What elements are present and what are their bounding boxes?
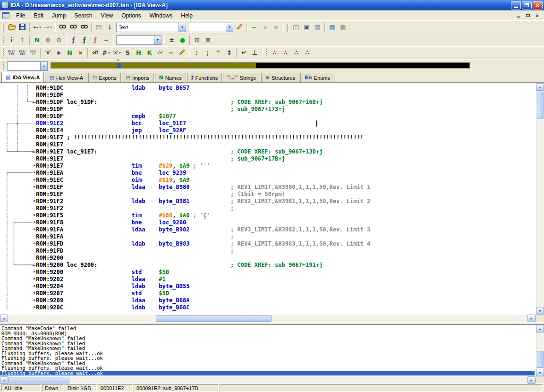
enter-icon[interactable]: ↵ [238, 48, 249, 58]
colon-icon[interactable]: : [191, 48, 202, 58]
disasm-line[interactable]: ROM:91E7 ; sub_9067+17B↑j [2, 155, 544, 162]
disasm-line[interactable]: ┊ ┊ ROM:91FD ; [2, 247, 544, 255]
tab-exports[interactable]: ⊡Exports [88, 73, 121, 82]
remove-comment-icon[interactable]: ⊖ [53, 35, 64, 45]
segment-icon[interactable]: S [122, 48, 133, 58]
attach-window-icon[interactable]: ⊞ [192, 35, 203, 45]
disasm-line[interactable]: ┊ ROM:91DF ; sub_9067+173↑j [2, 106, 544, 113]
search-value-combo[interactable]: ▾ [188, 23, 233, 32]
scroll-down-button[interactable]: ▼ [536, 307, 544, 315]
scroll-right-button[interactable]: ► [527, 315, 536, 322]
edit-function-icon[interactable]: ƒ [79, 35, 90, 45]
grid-edit-icon[interactable]: ▦ [338, 22, 348, 33]
output-line[interactable]: Command "MakeUnknown" failed [1, 336, 544, 341]
mdi-close-button[interactable]: × [533, 12, 541, 19]
names-window-icon[interactable]: N [64, 48, 75, 58]
disasm-line[interactable]: ┊ •ROM:9200 std $5B [2, 269, 544, 276]
disassembly-view[interactable]: ┊ ┊ ROM:91DC ldab byte_B657 ┊ ┊ ROM:91DF… [0, 83, 544, 315]
disassembly-vertical-scrollbar[interactable]: ▲ ▼ [536, 83, 544, 315]
disasm-line[interactable]: ┊ •ROM:91EF ldaa byte_B980 ; REV1_LIMIT,… [2, 184, 544, 191]
delete-item-icon[interactable]: × [271, 22, 281, 33]
close-button[interactable]: × [533, 1, 543, 9]
disasm-line[interactable]: ┊ •ROM:91F5 tim #$80, $A0 ; 'Ç' [2, 212, 544, 219]
return-position-icon[interactable]: ↑ [17, 35, 28, 45]
search-type-combo[interactable]: Text▾ [116, 23, 186, 32]
disasm-line[interactable]: ┊ ROM:91F2 ; [2, 205, 544, 212]
disasm-line[interactable]: ┊ ┊ ROM:91E7 ; !!!!!!!!!!!!!!!!!!!!!!!!!… [2, 134, 544, 141]
rename-icon[interactable]: N [32, 35, 42, 45]
navband-segment[interactable] [118, 63, 121, 68]
tab-imports[interactable]: ⊟Imports [122, 73, 154, 82]
run-icon[interactable]: ● [177, 35, 188, 45]
menu-edit[interactable]: Edit [29, 11, 48, 20]
toolbar-grip[interactable] [265, 48, 267, 57]
search-again-icon[interactable] [68, 22, 79, 33]
calculator-icon[interactable]: ± [166, 35, 177, 45]
tab-ida-view-a[interactable]: ▤IDA View-A [1, 72, 44, 82]
anterior-lines-icon[interactable]: ↕ [224, 48, 235, 58]
disasm-line[interactable]: ┊ ┊ •ROM:91FD ldab byte_B983 ; REV4_LIMI… [2, 240, 544, 247]
tab-strings[interactable]: "…"Strings [223, 73, 260, 82]
scroll-up-button[interactable]: ▲ [536, 83, 544, 91]
flow-chart-icon[interactable]: ∴ [269, 48, 280, 58]
disasm-line[interactable]: ┊ •ROM:9202 ldaa #1 [2, 276, 544, 283]
output-line-selected[interactable]: Flushing buffers, please wait...ok [0, 371, 535, 376]
scrollbar-thumb[interactable] [8, 377, 69, 383]
scroll-down-button[interactable]: ▼ [536, 369, 544, 376]
disassembly-horizontal-scrollbar[interactable]: ◄ ► [0, 315, 536, 322]
tab-functions[interactable]: ƒFunctions [187, 73, 222, 82]
detach-window-icon[interactable]: ⊠ [203, 35, 213, 45]
disasm-line[interactable]: ┊ ┊ •ROM:91FA ldaa byte_B982 ; REV3_LIMI… [2, 226, 544, 233]
tab-enums[interactable]: EnEnums [300, 73, 334, 82]
offset-icon[interactable]: off [90, 48, 101, 58]
minimize-button[interactable] [511, 1, 521, 9]
scroll-left-button[interactable]: ◄ [0, 315, 8, 322]
dropdown-arrow-icon[interactable]: ▾ [40, 62, 47, 70]
disasm-line[interactable]: ┊ ┊ ROM:91E4 jmp loc_92AF [2, 127, 544, 134]
restore-button[interactable] [522, 1, 532, 9]
semicolon-icon[interactable]: ; [202, 48, 213, 58]
save-database-icon[interactable] [17, 22, 28, 33]
align-icon[interactable]: ⊥ [249, 48, 260, 58]
menu-search[interactable]: Search [70, 11, 96, 20]
char-icon[interactable]: 'x'▾ [111, 48, 122, 58]
search-binoculars-icon[interactable] [57, 22, 68, 33]
mdi-document-icon[interactable] [2, 12, 9, 18]
xrefs-from-graph-icon[interactable]: ∴ [302, 48, 313, 58]
menu-view[interactable]: View [96, 11, 117, 20]
output-vertical-scrollbar[interactable]: ▲ ▼ [536, 325, 544, 376]
dropdown-arrow-icon[interactable]: ▾ [154, 36, 161, 44]
enum-const-icon[interactable]: K [144, 48, 155, 58]
tab-structures[interactable]: ≡Structures [261, 73, 299, 82]
hex-icon[interactable]: H [133, 48, 144, 58]
output-line[interactable]: Flushing buffers, please wait...ok [1, 366, 544, 371]
make-unknown-icon[interactable]: 0101 ?? [28, 48, 39, 58]
toolbar-grip[interactable] [286, 23, 289, 32]
disasm-line[interactable]: ┊ •ROM:9207 std $5D [2, 290, 544, 297]
make-data-icon[interactable]: 0101 DAT [17, 48, 28, 58]
menu-file[interactable]: File [12, 11, 29, 20]
disasm-line[interactable]: ┊ •ROM:920C ldab byte_B68C [2, 304, 544, 311]
undefine-icon[interactable]: × [75, 48, 86, 58]
remove-item-icon[interactable]: − [249, 22, 260, 33]
disasm-line[interactable]: ┊ └─►ROM:91DF loc_91DF: ; CODE XREF: sub… [2, 99, 544, 106]
make-code-icon[interactable]: 0101 COD [6, 48, 17, 58]
disasm-line[interactable]: └╌╌┴╌╌╌╌►ROM:91E7 loc_91E7: ; CODE XREF:… [2, 148, 544, 155]
output-line[interactable]: Command "MakeUnknown" failed [1, 346, 544, 351]
info-icon[interactable]: i [6, 35, 17, 45]
create-function-icon[interactable]: ƒ [68, 35, 79, 45]
tab-hex-view-a[interactable]: ▥Hex View-A [45, 73, 87, 82]
edit-pattern-icon[interactable] [234, 22, 245, 33]
disasm-line[interactable]: ┊ ┊ ROM:91FA ; [2, 233, 544, 240]
disasm-line[interactable]: ┌╌╌╌╌╌╌╌•ROM:91EA bne loc_9239 [2, 170, 544, 177]
navigate-forward-icon[interactable]: →▾ [42, 22, 53, 33]
disasm-line[interactable]: ┊ └╌╌╌╌╌►ROM:9200 loc_9200: ; CODE XREF:… [2, 262, 544, 269]
menu-jump[interactable]: Jump [48, 11, 70, 20]
make-string-icon[interactable]: "s" [42, 48, 53, 58]
menu-windows[interactable]: Windows [145, 11, 177, 20]
make-array-icon[interactable]: ∗ [53, 48, 64, 58]
nav-combo[interactable]: ▾ [7, 61, 48, 71]
output-window[interactable]: Command "MakeCode" failedROM:BD00: ds=00… [0, 324, 544, 376]
disasm-line[interactable]: ┊ •ROM:91F2 ldab byte_B981 ; REV2_LIMIT,… [2, 198, 544, 205]
tab-names[interactable]: NNames [155, 73, 186, 82]
